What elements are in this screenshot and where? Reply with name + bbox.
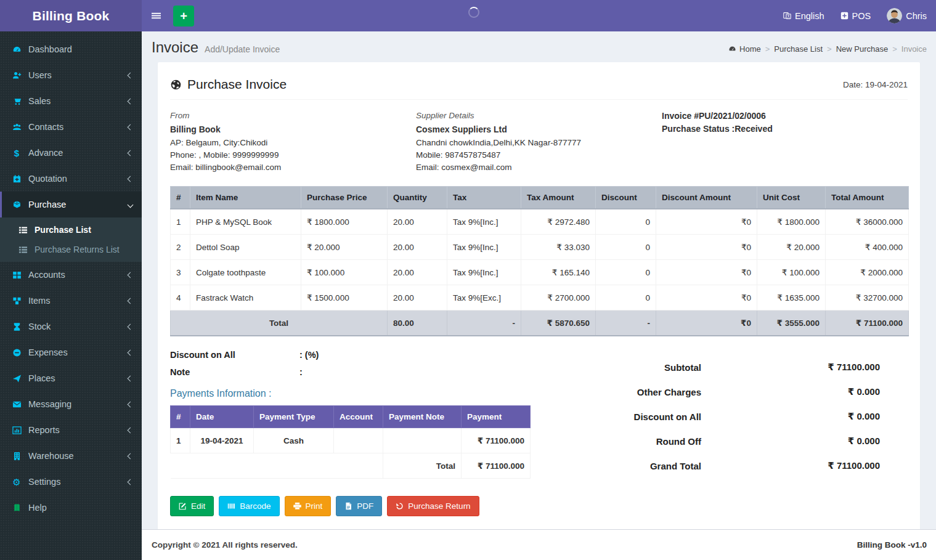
total-unit-cost: ₹ 3555.000	[757, 310, 826, 336]
sidebar-item-reports[interactable]: Reports	[0, 417, 142, 443]
summary-label: Round Off	[555, 436, 769, 447]
pdf-button[interactable]: PDF	[336, 496, 382, 516]
supplier-email: Email: cosmex@mail.com	[416, 161, 662, 174]
sidebar-toggle-button[interactable]	[142, 0, 171, 31]
sidebar-item-quotation[interactable]: Quotation	[0, 166, 142, 192]
grid-icon	[11, 270, 22, 280]
summary-label: Grand Total	[555, 461, 769, 471]
app-window: Billing Book + English POS	[0, 0, 936, 560]
add-new-button[interactable]: +	[173, 6, 194, 26]
sidebar-item-stock[interactable]: Stock	[0, 314, 142, 339]
minus-circle-icon	[11, 348, 22, 357]
chevron-left-icon	[128, 323, 134, 330]
sidebar-item-items[interactable]: Items	[0, 288, 142, 314]
action-buttons: Edit Barcode Print	[170, 496, 531, 516]
sidebar-item-dashboard[interactable]: Dashboard	[0, 36, 142, 62]
breadcrumb-new-purchase[interactable]: New Purchase	[836, 44, 889, 54]
globe-icon	[170, 79, 182, 91]
from-title: From	[170, 110, 416, 122]
pos-button[interactable]: POS	[840, 11, 871, 21]
gears-icon: ⚙	[11, 477, 22, 487]
sidebar-item-accounts[interactable]: Accounts	[0, 262, 142, 288]
table-row: 4 Fastrack Watch ₹ 1500.000 20.00 Tax 9%…	[171, 285, 909, 310]
supplier-title: Supplier Details	[416, 110, 662, 122]
cell-date: 19-04-2021	[190, 428, 254, 453]
cell-unit-cost: ₹ 1635.000	[757, 285, 826, 310]
sidebar-item-sales[interactable]: Sales	[0, 88, 142, 114]
note-label: Note	[170, 367, 299, 377]
app-logo[interactable]: Billing Book	[0, 0, 142, 31]
barcode-button[interactable]: Barcode	[219, 496, 279, 516]
breadcrumb-home[interactable]: Home	[728, 44, 761, 54]
sidebar-item-places[interactable]: Places	[0, 365, 142, 391]
sidebar-item-expenses[interactable]: Expenses	[0, 339, 142, 365]
invoice-number: Invoice #PU/2021/02/0006	[662, 110, 908, 123]
col-header: Tax	[447, 187, 521, 209]
sidebar-item-label: Items	[28, 296, 50, 306]
sidebar-item-purchase[interactable]: Purchase	[0, 192, 142, 217]
cell-index: 2	[171, 235, 190, 260]
payments-total-row: Total ₹ 71100.000	[171, 453, 531, 479]
content-area: Invoice Add/Update Invoice Home > Purcha…	[142, 31, 936, 560]
purchase-submenu: Purchase List Purchase Returns List	[0, 217, 142, 262]
cell-unit-cost: ₹ 1800.000	[757, 209, 826, 235]
sidebar-item-label: Users	[28, 70, 52, 80]
chevron-left-icon	[128, 272, 134, 278]
cell-discount: 0	[596, 260, 656, 285]
note-value: :	[299, 367, 303, 377]
top-navbar: Billing Book + English POS	[0, 0, 936, 31]
sidebar-item-messaging[interactable]: Messaging	[0, 391, 142, 417]
sidebar-item-purchase-returns-list[interactable]: Purchase Returns List	[0, 240, 142, 259]
submenu-item-label: Purchase Returns List	[35, 245, 120, 254]
sidebar-item-label: Expenses	[28, 347, 68, 357]
cell-discount-amount: ₹0	[656, 260, 757, 285]
cell-item-name: Fastrack Watch	[190, 285, 301, 310]
purchase-return-button[interactable]: Purchase Return	[387, 496, 479, 516]
content-main: Purchase Invoice Date: 19-04-2021 From B…	[142, 62, 936, 529]
user-plus-icon	[11, 71, 22, 80]
summary-label: Other Charges	[555, 387, 769, 397]
user-menu[interactable]: Chris	[887, 8, 927, 23]
breadcrumb: Home > Purchase List > New Purchase > In…	[728, 44, 927, 56]
col-header: Payment	[462, 406, 531, 428]
sidebar-item-help[interactable]: Help	[0, 495, 142, 521]
cell-discount-amount: ₹0	[656, 285, 757, 310]
supplier-name: Cosmex Suppliers Ltd	[416, 123, 662, 136]
avatar-image	[887, 8, 902, 23]
sidebar-item-label: Help	[28, 503, 47, 513]
col-header: Item Name	[190, 187, 301, 209]
total-discount: -	[596, 310, 656, 336]
submenu-item-label: Purchase List	[35, 225, 91, 235]
chevron-left-icon	[128, 349, 134, 355]
card-header: Purchase Invoice Date: 19-04-2021	[170, 73, 908, 100]
dollar-icon: $	[11, 148, 22, 158]
card-title: Purchase Invoice	[170, 77, 287, 92]
chevron-left-icon	[128, 298, 134, 304]
summary-value: ₹ 71100.000	[769, 460, 880, 471]
discount-on-all-row: Discount on All : (%)	[170, 350, 531, 360]
sidebar-item-advance[interactable]: $ Advance	[0, 140, 142, 166]
cell-tax: Tax 9%[Inc.]	[447, 209, 521, 235]
print-button[interactable]: Print	[285, 496, 332, 516]
cell-purchase-price: ₹ 1800.000	[301, 209, 388, 235]
sidebar-item-purchase-list[interactable]: Purchase List	[0, 220, 142, 240]
home-icon	[728, 45, 736, 53]
sidebar-item-warehouse[interactable]: Warehouse	[0, 443, 142, 469]
col-header: Date	[190, 406, 254, 428]
supplier-address: Chandni chowkIndia,Delhi,KK Nagar-877777	[416, 137, 662, 149]
total-label: Total	[171, 310, 388, 336]
edit-button[interactable]: Edit	[170, 496, 214, 516]
app-logo-text: Billing Book	[33, 9, 110, 23]
sidebar-item-settings[interactable]: ⚙ Settings	[0, 469, 142, 495]
cell-tax-amount: ₹ 33.030	[521, 235, 596, 260]
breadcrumb-purchase-list[interactable]: Purchase List	[774, 44, 823, 54]
invoice-status: Purchase Status :Received	[662, 123, 908, 136]
col-header: Account	[334, 406, 383, 428]
sidebar-item-contacts[interactable]: Contacts	[0, 114, 142, 140]
cell-tax-amount: ₹ 2700.000	[521, 285, 596, 310]
summary-value: ₹ 71100.000	[769, 362, 880, 373]
language-selector[interactable]: English	[783, 11, 824, 21]
cell-quantity: 20.00	[388, 285, 447, 310]
chevron-left-icon	[128, 150, 134, 156]
sidebar-item-users[interactable]: Users	[0, 62, 142, 88]
